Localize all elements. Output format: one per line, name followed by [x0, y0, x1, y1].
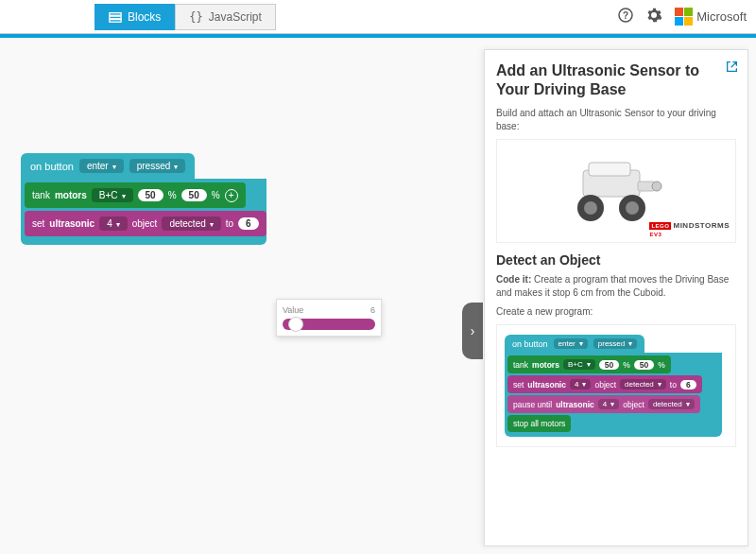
svg-point-10 — [626, 201, 639, 215]
example-tank-block: tankmotors B+C 50% 50% — [507, 355, 671, 373]
create-program-text: Create a new program: — [496, 305, 736, 319]
microsoft-logo[interactable]: Microsoft — [675, 8, 747, 26]
motor-port-dropdown[interactable]: B+C — [92, 188, 133, 202]
blocks-icon — [109, 10, 122, 24]
svg-rect-0 — [110, 12, 121, 15]
set-ultrasonic-block[interactable]: set ultrasonic 4 object detected to 6 — [25, 211, 266, 236]
value-slider-popover: Value 6 — [276, 299, 382, 337]
example-pause-block: pause untilultrasonic 4 object detected — [507, 395, 700, 413]
on-button-hat[interactable]: on button enter pressed — [21, 153, 195, 179]
svg-rect-1 — [110, 16, 121, 19]
microsoft-squares-icon — [675, 8, 693, 26]
workspace[interactable]: on button enter pressed tank motors B+C … — [0, 38, 756, 554]
button-dropdown[interactable]: enter — [79, 159, 124, 173]
distance-input[interactable]: 6 — [238, 217, 259, 230]
slider-value: 6 — [370, 305, 375, 315]
chevron-right-icon: › — [471, 323, 475, 338]
add-param-icon[interactable]: + — [225, 189, 238, 202]
tab-blocks[interactable]: Blocks — [94, 4, 175, 30]
mindstorms-logo: LEGOMINDSTORMS EV3 — [649, 221, 730, 238]
code-it-text: Code it: Create a program that moves the… — [496, 273, 736, 300]
svg-rect-2 — [110, 19, 121, 22]
example-set-ultra-block: setultrasonic 4 object detected to 6 — [507, 375, 702, 393]
stack-body: tank motors B+C 50 % 50 % + set ultrason… — [21, 179, 266, 245]
detected-dropdown[interactable]: detected — [162, 216, 220, 231]
slider-thumb[interactable] — [288, 317, 303, 332]
gear-icon[interactable] — [646, 8, 662, 26]
sensor-port-dropdown[interactable]: 4 — [99, 216, 128, 231]
svg-text:?: ? — [623, 9, 628, 20]
slider-label: Value — [283, 305, 303, 315]
braces-icon: {} — [189, 10, 202, 24]
tutorial-intro: Build and attach an Ultrasonic Sensor to… — [496, 107, 736, 133]
block-stack[interactable]: on button enter pressed tank motors B+C … — [21, 153, 266, 245]
tab-blocks-label: Blocks — [128, 10, 161, 24]
svg-point-8 — [584, 201, 597, 215]
example-program: on button enter pressed tankmotors B+C 5… — [496, 324, 736, 447]
example-hat: on button enter pressed — [505, 335, 644, 353]
tab-js-label: JavaScript — [209, 10, 262, 24]
open-external-icon[interactable] — [726, 60, 738, 77]
tutorial-panel: Add an Ultrasonic Sensor to Your Driving… — [484, 49, 748, 546]
speed2-input[interactable]: 50 — [181, 189, 207, 201]
section-heading: Detect an Object — [496, 252, 736, 268]
robot-image: LEGOMINDSTORMS EV3 — [496, 139, 736, 243]
value-slider[interactable] — [283, 319, 375, 330]
example-stop-block: stop all motors — [507, 415, 571, 432]
topbar-right: ? Microsoft — [618, 8, 747, 26]
hat-label: on button — [30, 161, 74, 172]
editor-tabs: Blocks {} JavaScript — [94, 4, 276, 30]
panel-collapse-handle[interactable]: › — [462, 303, 483, 359]
help-icon[interactable]: ? — [618, 8, 633, 26]
tank-motors-block[interactable]: tank motors B+C 50 % 50 % + — [25, 182, 246, 208]
speed1-input[interactable]: 50 — [138, 189, 163, 201]
event-dropdown[interactable]: pressed — [129, 159, 186, 173]
tutorial-title: Add an Ultrasonic Sensor to Your Driving… — [496, 61, 736, 99]
top-toolbar: Blocks {} JavaScript ? Microsoft — [0, 0, 756, 34]
svg-rect-6 — [589, 163, 630, 176]
svg-point-12 — [652, 182, 662, 191]
microsoft-label: Microsoft — [696, 9, 747, 24]
robot-illustration-icon — [555, 153, 678, 229]
tab-javascript[interactable]: {} JavaScript — [175, 4, 275, 30]
